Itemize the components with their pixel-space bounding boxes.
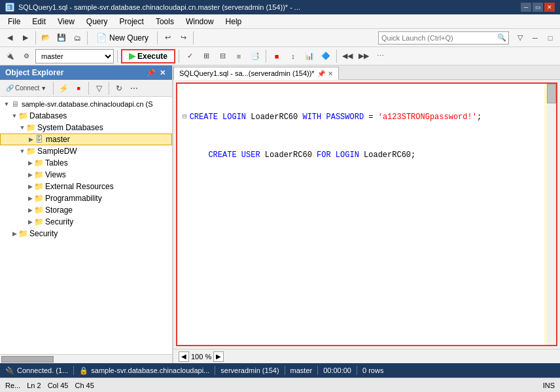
back-button[interactable]: ◀ bbox=[3, 31, 17, 45]
filter-icon[interactable]: ▽ bbox=[513, 31, 527, 45]
tree-storage[interactable]: ▶ 📁 Storage bbox=[0, 204, 172, 216]
sampledw-icon: 📁 bbox=[26, 147, 35, 156]
expand-security-sampledw[interactable]: ▶ bbox=[26, 218, 34, 226]
new-query-button[interactable]: 📄 New Query bbox=[90, 31, 154, 45]
check-button[interactable]: ✓ bbox=[183, 49, 197, 63]
tree-security-top[interactable]: ▶ 📁 Security bbox=[0, 228, 172, 240]
restore-button[interactable]: ▭ bbox=[533, 3, 543, 12]
conn-status-text: Connected. (1... bbox=[17, 366, 68, 374]
database-selector[interactable]: master bbox=[35, 49, 114, 63]
expand-sampledw[interactable]: ▼ bbox=[18, 147, 26, 155]
separator-7 bbox=[266, 50, 266, 63]
file-out-button[interactable]: 📑 bbox=[248, 49, 262, 63]
open-file-button[interactable]: 📂 bbox=[39, 31, 53, 45]
tree-system-databases[interactable]: ▼ 📁 System Databases bbox=[0, 122, 172, 134]
zoom-level: 100 % bbox=[191, 353, 211, 361]
execute-button[interactable]: ▶ Execute bbox=[121, 49, 175, 63]
stop-button[interactable]: ■ bbox=[270, 49, 284, 63]
expand-security-top[interactable]: ▶ bbox=[10, 230, 18, 238]
oe-tree: ▼ 🖥 sample-svr.database.chinacloudapi.cn… bbox=[0, 97, 172, 354]
connect-button[interactable]: 🔗 Connect ▼ bbox=[3, 82, 50, 95]
separator-4 bbox=[193, 31, 194, 45]
menu-tools[interactable]: Tools bbox=[150, 15, 179, 28]
zoom-out-button[interactable]: ◀ bbox=[179, 351, 189, 362]
filter-oe-button[interactable]: ▽ bbox=[92, 82, 105, 95]
connect-db-button[interactable]: 🔌 bbox=[3, 49, 17, 63]
conn-sep-5 bbox=[357, 366, 357, 375]
stop-oe-button[interactable]: ■ bbox=[72, 82, 85, 95]
expand-system-dbs[interactable]: ▼ bbox=[18, 124, 26, 132]
zoom-in-button[interactable]: ▶ bbox=[213, 351, 224, 362]
plan-button[interactable]: 🔷 bbox=[319, 49, 333, 63]
minimize-panel-btn[interactable]: ─ bbox=[528, 31, 542, 45]
stats-button[interactable]: 📊 bbox=[302, 49, 317, 63]
save-button[interactable]: 💾 bbox=[54, 31, 69, 45]
separator-1 bbox=[35, 31, 36, 45]
menu-help[interactable]: Help bbox=[220, 15, 247, 28]
expand-master[interactable]: ▶ bbox=[27, 135, 35, 143]
new-query-icon: 📄 bbox=[96, 33, 107, 43]
redo-button[interactable]: ↪ bbox=[176, 31, 190, 45]
conn-status-item: 🔌 Connected. (1... bbox=[5, 366, 68, 375]
line-prefix-2 bbox=[183, 149, 187, 161]
oe-pin-button[interactable]: 📌 bbox=[147, 68, 156, 77]
expand-views[interactable]: ▶ bbox=[26, 171, 34, 179]
save-all-button[interactable]: 🗂 bbox=[70, 31, 84, 45]
menu-project[interactable]: Project bbox=[114, 15, 149, 28]
editor-vscrollbar[interactable] bbox=[547, 84, 556, 345]
oe-hscrollbar[interactable] bbox=[0, 354, 172, 363]
tree-server[interactable]: ▼ 🖥 sample-svr.database.chinacloudapi.cn… bbox=[0, 98, 172, 110]
tab-close-button[interactable]: ✕ bbox=[328, 70, 333, 77]
editor-zoom-bar: ◀ 100 % ▶ bbox=[173, 349, 560, 363]
tree-databases[interactable]: ▼ 📁 Databases bbox=[0, 110, 172, 122]
oe-close-button[interactable]: ✕ bbox=[158, 68, 167, 77]
menu-query[interactable]: Query bbox=[81, 15, 113, 28]
connection-status-bar: 🔌 Connected. (1... 🔒 sample-svr.database… bbox=[0, 363, 560, 378]
menu-view[interactable]: View bbox=[52, 15, 80, 28]
maximize-panel-btn[interactable]: □ bbox=[543, 31, 557, 45]
tab-pin-icon[interactable]: 📌 bbox=[317, 70, 325, 77]
align-right-button[interactable]: ▶▶ bbox=[357, 49, 371, 63]
forward-button[interactable]: ▶ bbox=[18, 31, 33, 45]
more-oe-button[interactable]: ⋯ bbox=[128, 82, 141, 95]
expand-storage[interactable]: ▶ bbox=[26, 206, 34, 214]
grid-button[interactable]: ⊟ bbox=[215, 49, 230, 63]
menu-window[interactable]: Window bbox=[181, 15, 219, 28]
expand-server[interactable]: ▼ bbox=[3, 100, 10, 108]
tree-tables[interactable]: ▶ 📁 Tables bbox=[0, 157, 172, 169]
tree-master-db[interactable]: ▶ 🗄 master bbox=[0, 134, 172, 145]
options-button[interactable]: ⋯ bbox=[373, 49, 387, 63]
editor-text-area[interactable]: ⊟ CREATE LOGIN LoaderRC60 WITH PASSWORD … bbox=[177, 84, 556, 190]
close-button[interactable]: ✕ bbox=[544, 3, 555, 12]
expand-databases[interactable]: ▼ bbox=[10, 112, 18, 120]
tree-sampledw[interactable]: ▼ 📁 SampleDW bbox=[0, 145, 172, 157]
editor-tab-query1[interactable]: SQLQuery1.sql - sa...(serveradmin (154))… bbox=[173, 67, 339, 80]
menu-edit[interactable]: Edit bbox=[27, 15, 51, 28]
refresh-filter-button[interactable]: ⚡ bbox=[57, 82, 70, 95]
refresh-oe-button[interactable]: ↻ bbox=[113, 82, 126, 95]
tree-programmability[interactable]: ▶ 📁 Programmability bbox=[0, 192, 172, 204]
align-left-button[interactable]: ◀◀ bbox=[340, 49, 355, 63]
tree-external-resources[interactable]: ▶ 📁 External Resources bbox=[0, 181, 172, 192]
editor-vscroll-thumb[interactable] bbox=[547, 84, 556, 103]
undo-button[interactable]: ↩ bbox=[160, 31, 175, 45]
menu-file[interactable]: File bbox=[3, 15, 26, 28]
expand-programmability[interactable]: ▶ bbox=[26, 194, 34, 202]
object-explorer-title: Object Explorer bbox=[5, 68, 63, 77]
results-button[interactable]: ↕ bbox=[286, 49, 300, 63]
expand-tables[interactable]: ▶ bbox=[26, 159, 34, 167]
editor-content[interactable]: ⊟ CREATE LOGIN LoaderRC60 WITH PASSWORD … bbox=[176, 82, 557, 346]
quick-launch-input[interactable] bbox=[378, 31, 509, 45]
separator-2 bbox=[87, 31, 88, 45]
search-icon: 🔍 bbox=[497, 33, 506, 42]
minimize-button[interactable]: ─ bbox=[521, 3, 531, 12]
text-button[interactable]: ≡ bbox=[232, 49, 246, 63]
tree-security-sampledw[interactable]: ▶ 📁 Security bbox=[0, 216, 172, 228]
db-settings-button[interactable]: ⚙ bbox=[19, 49, 33, 63]
expand-external[interactable]: ▶ bbox=[26, 183, 34, 190]
parse-button[interactable]: ⊞ bbox=[199, 49, 213, 63]
line-collapse-icon[interactable]: ⊟ bbox=[183, 111, 187, 123]
tree-programmability-label: Programmability bbox=[45, 194, 102, 203]
tree-views[interactable]: ▶ 📁 Views bbox=[0, 169, 172, 181]
oe-hscroll-thumb[interactable] bbox=[1, 356, 54, 363]
